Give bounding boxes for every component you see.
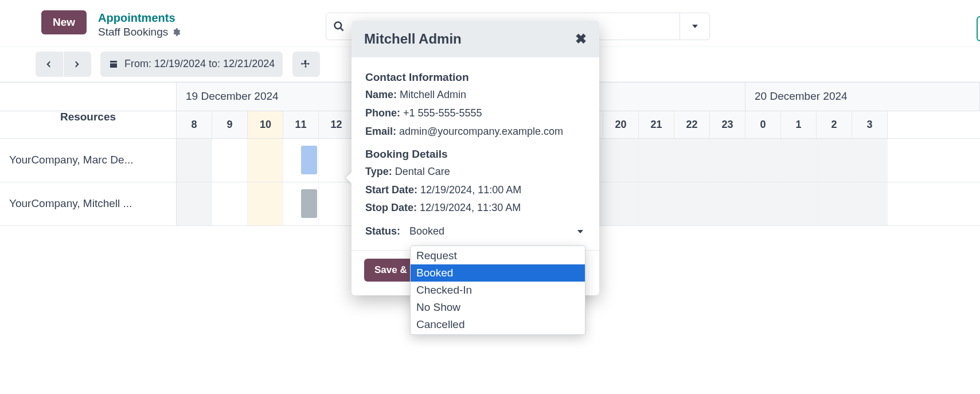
status-select[interactable]: Booked	[407, 224, 585, 239]
gantt-cell[interactable]	[639, 139, 674, 182]
hour-cell: 10	[248, 111, 283, 138]
booking-stop: Stop Date: 12/19/2024, 11:30 AM	[365, 200, 585, 216]
contact-name: Name: Mitchell Admin	[365, 87, 585, 103]
popover-title: Mitchell Admin	[364, 31, 462, 47]
booking-start: Start Date: 12/19/2024, 11:00 AM	[365, 182, 585, 198]
search-dropdown-button[interactable]	[680, 13, 710, 40]
status-option[interactable]: No Show	[411, 299, 585, 316]
nav-arrows-group	[36, 52, 91, 77]
booking-heading: Booking Details	[365, 148, 585, 161]
breadcrumb-secondary: Staff Bookings	[98, 25, 181, 40]
date-range-label: From: 12/19/2024 to: 12/21/2024	[124, 58, 275, 70]
gantt-cell[interactable]	[817, 139, 852, 182]
right-panel-stub[interactable]	[977, 16, 980, 41]
booking-pill[interactable]	[301, 189, 317, 218]
contact-heading: Contact Information	[365, 71, 585, 84]
status-value: Booked	[409, 225, 444, 237]
svg-line-1	[341, 28, 343, 31]
gantt-cell[interactable]	[745, 139, 781, 182]
expand-button[interactable]	[292, 52, 320, 77]
gantt-cell[interactable]	[781, 182, 817, 225]
gantt-cell[interactable]	[710, 139, 745, 182]
gantt-cell[interactable]	[319, 182, 354, 225]
status-label: Status:	[365, 225, 400, 237]
chevron-down-icon	[577, 230, 583, 233]
gantt-cell[interactable]	[674, 139, 710, 182]
hour-cell: 9	[212, 111, 248, 138]
new-button[interactable]: New	[41, 10, 87, 34]
hour-cell: 11	[283, 111, 319, 138]
hour-cell: 0	[745, 111, 781, 138]
popover-header: Mitchell Admin ✖	[352, 21, 599, 57]
gantt-cell[interactable]	[603, 139, 639, 182]
gantt-cell[interactable]	[781, 139, 817, 182]
resource-label: YourCompany, Mitchell ...	[0, 182, 177, 225]
contact-email: Email: admin@yourcompany.example.com	[365, 124, 585, 140]
chevron-down-icon	[692, 25, 698, 28]
status-dropdown[interactable]: RequestBookedChecked-InNo ShowCancelled	[410, 245, 585, 335]
gantt-cell[interactable]	[817, 182, 852, 225]
hour-cell: 3	[852, 111, 888, 138]
calendar-icon	[108, 59, 119, 69]
booking-type: Type: Dental Care	[365, 164, 585, 180]
arrow-right-icon	[72, 59, 82, 69]
popover-body: Contact Information Name: Mitchell Admin…	[352, 57, 599, 250]
gantt-cell[interactable]	[852, 139, 888, 182]
status-option[interactable]: Checked-In	[411, 282, 585, 299]
gear-icon[interactable]	[171, 28, 181, 37]
gantt-cell[interactable]	[177, 139, 212, 182]
gantt-cell[interactable]	[745, 182, 781, 225]
popover-arrow	[346, 171, 353, 185]
status-row: Status: Booked	[365, 224, 585, 239]
resources-column-header: Resources	[0, 83, 177, 111]
hour-cell: 8	[177, 111, 212, 138]
close-icon[interactable]: ✖	[575, 31, 587, 47]
breadcrumb-secondary-text: Staff Bookings	[98, 25, 168, 40]
gantt-cell[interactable]	[639, 182, 674, 225]
gantt-cell[interactable]	[212, 182, 248, 225]
status-option[interactable]: Booked	[411, 264, 585, 282]
svg-point-0	[335, 22, 342, 29]
hour-cell: 22	[674, 111, 710, 138]
gantt-cell[interactable]	[248, 139, 283, 182]
prev-button[interactable]	[36, 52, 63, 77]
hour-cell: 20	[603, 111, 639, 138]
gantt-cell[interactable]	[603, 182, 639, 225]
status-option[interactable]: Cancelled	[411, 316, 585, 333]
hour-cell: 2	[817, 111, 852, 138]
date-range-button[interactable]: From: 12/19/2024 to: 12/21/2024	[100, 52, 283, 77]
breadcrumb-primary[interactable]: Appointments	[98, 10, 181, 25]
hour-cell: 12	[319, 111, 354, 138]
booking-pill[interactable]	[301, 146, 317, 174]
gantt-cell[interactable]	[710, 182, 745, 225]
gantt-cell[interactable]	[248, 182, 283, 225]
gantt-cell[interactable]	[177, 182, 212, 225]
contact-phone: Phone: +1 555-555-5555	[365, 106, 585, 122]
search-icon	[333, 21, 345, 32]
expand-icon	[300, 59, 311, 69]
breadcrumb: Appointments Staff Bookings	[98, 10, 181, 40]
gantt-cell[interactable]	[674, 182, 710, 225]
gantt-cell[interactable]	[852, 182, 888, 225]
date-group-2: 20 December 2024	[745, 83, 980, 111]
arrow-left-icon	[44, 59, 54, 69]
gantt-cell[interactable]	[212, 139, 248, 182]
status-option[interactable]: Request	[411, 247, 585, 264]
resource-label: YourCompany, Marc De...	[0, 139, 177, 182]
hour-cell: 1	[781, 111, 817, 138]
resources-header-text: Resources	[60, 111, 116, 123]
hour-cell: 21	[639, 111, 674, 138]
hour-cell: 23	[710, 111, 745, 138]
next-button[interactable]	[64, 52, 91, 77]
